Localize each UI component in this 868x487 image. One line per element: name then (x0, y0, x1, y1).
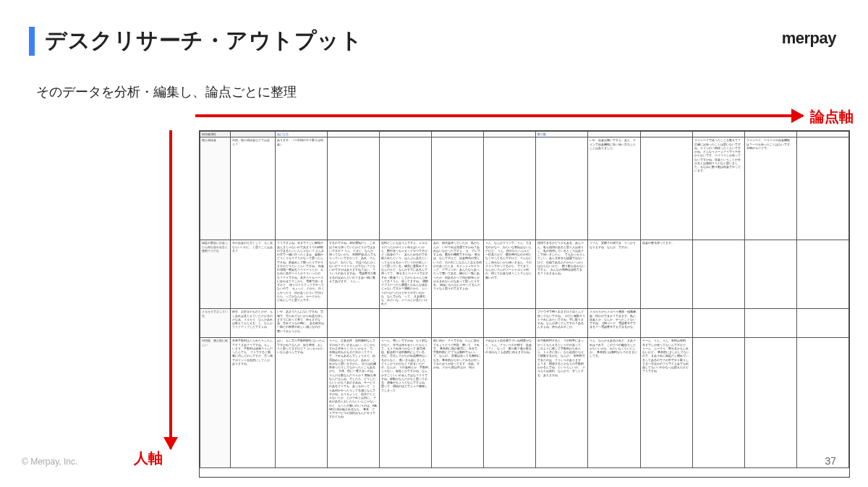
matrix-cell (796, 309, 848, 338)
matrix-cell: う一ん、難しいですかね、もう別なかなと、今年は使わせといたもらって、もうそれ使つ… (380, 338, 432, 468)
col-header: 気になる (276, 132, 328, 137)
matrix-cell: うん、なんかえあるけれど、まあそれはそれで、この三つの融合をしたからいいかな、み… (588, 338, 640, 468)
matrix-cell: あります。（※普段のやり取りは現金） (276, 137, 328, 240)
col-header (744, 132, 796, 137)
matrix-cell (640, 137, 692, 240)
row-subheader: 普段、個人間送金などではあり？ (231, 137, 276, 240)
page-title: デスクリサーチ・アウトプット (45, 26, 362, 56)
col-header (640, 132, 692, 137)
title-accent (29, 27, 35, 56)
table-row: 満足の度合いがあったら何を合わせると便利そうだな今の送金の仕方として、もし楽なら… (200, 240, 849, 309)
row-subheader: 本来手数料はとられたりしたんです？まあそうですね。もし、います、手数料は頑張ろう… (231, 338, 276, 468)
matrix-cell (744, 240, 796, 309)
matrix-cell (796, 137, 848, 240)
matrix-cell: するのですね。本社通知だと、これはそれを持っていたかどうかではきいですが？ うん… (328, 240, 380, 309)
axis-label-horizontal: 論点軸 (810, 107, 854, 127)
copyright: © Merpay, Inc. (22, 457, 77, 467)
row-header: 日用品、個人的に欲しい、 (200, 338, 231, 468)
matrix-cell: うーん、うん、うん、有料は有料、今までしか使ってないんですけど、うーん、んーそう… (640, 338, 692, 468)
matrix-cell: そうですよね。今までそこに興味があんまじゃないのであまりその経験のできるといいん… (276, 240, 328, 309)
matrix-cell: あの、前代金持っていたか、私がらんか、いやそれは先週ですかね？あれはいなかったで… (432, 240, 484, 309)
matrix-cell (744, 309, 796, 338)
matrix-cell (692, 240, 744, 309)
matrix-cell (328, 309, 380, 338)
matrix-cell: ラインペイ、ペイペイの送金機能は？一つも使ったことはないです。今時のカードで。 (744, 137, 796, 240)
slide: デスクリサーチ・アウトプット merpay そのデータを分析・編集し、論点ごとに… (0, 0, 868, 487)
col-header (692, 132, 744, 137)
row-subheader: 部分、お好きのものとかが、もしあれば見たえていただけるのかなあ。メルカリ、なんか… (231, 309, 276, 338)
matrix-cell: うん、なんかラインで、うん、できるのかなー、みたいな表情はないんだけど。 うん、… (484, 240, 536, 309)
matrix-cell: いや、あまりたんにないですね、売買で、売られてないから出品を探しますぐに出って来… (276, 309, 328, 338)
matrix-table-container: 利用者属性 気になる 割り勘 個人間送金普段、個人間送金などではあり？あります。… (199, 130, 850, 478)
matrix-cell (484, 137, 536, 240)
matrix-cell: はい、もし売り手数料0円になったんですかね？なんか、気を優先、おこうと思ってます… (276, 338, 328, 468)
axis-arrow-horizontal (195, 114, 803, 117)
matrix-cell (380, 309, 432, 338)
matrix-body: 個人間送金普段、個人間送金などではあり？あります。（※普段のやり取りは現金）いや… (200, 137, 849, 468)
matrix-cell (484, 309, 536, 338)
col-header: 割り勘 (536, 132, 588, 137)
axis-label-vertical: 人軸 (134, 449, 163, 468)
row-header: メルカリでさしている (200, 309, 231, 338)
matrix-cell (432, 137, 484, 240)
matrix-cell (328, 137, 380, 240)
matrix-cell: うーん、正直元件、送料無料なんですかね？すいませんはい。どこからすかさず使うくり… (328, 338, 380, 468)
matrix-cell (380, 137, 432, 240)
matrix-cell (692, 338, 744, 468)
col-header (588, 132, 640, 137)
col-header (328, 132, 380, 137)
col-header (231, 132, 276, 137)
matrix-cell (796, 338, 848, 468)
subtitle: そのデータを分析・編集し、論点ごとに整理 (36, 83, 297, 101)
matrix-cell: 送料どこにも言うんですよ。メルカリだったかポイント使えばいいから、割引使っちゃえ… (380, 240, 432, 309)
brand-logo: merpay (782, 29, 836, 48)
row-header: 満足の度合いがあったら何を合わせると便利そうだな (200, 240, 231, 309)
matrix-cell: ブラウザで時々みますけどほとんど使ってないですね。 のびと買取サイトそれにみたい… (536, 309, 588, 338)
matrix-cell: うーん、実際その間でき、うっかりなりますね、なんか、ですか。 (588, 240, 640, 309)
col-header (380, 132, 432, 137)
page-number: 37 (825, 455, 836, 467)
matrix-cell: 前に何か、そうですね、たんに加えてちょうどうど判定、書いて、それで、 基本的に他… (432, 338, 484, 468)
table-row: 個人間送金普段、個人間送金などではあり？あります。（※普段のやり取りは現金）いや… (200, 137, 849, 240)
row-header: 個人間送金 (200, 137, 231, 240)
col-header: 利用者属性 (200, 132, 231, 137)
matrix-cell (692, 309, 744, 338)
matrix-cell (432, 309, 484, 338)
matrix-cell: ラインペイで送ったことを教えて？正確には使ったことは思いないですね、ラインの一回… (692, 137, 744, 240)
col-header (432, 132, 484, 137)
matrix-cell (640, 309, 692, 338)
matrix-cell (744, 338, 796, 468)
matrix-cell (796, 240, 848, 309)
matrix-cell: メルカリからメルペイ連携・残高確認・何かができか？できます。私に送金とか、なんか… (588, 309, 640, 338)
table-row: 日用品、個人的に欲しい、本来手数料はとられたりしたんです？まあそうですね。もし、… (200, 338, 849, 468)
col-header (796, 132, 848, 137)
matrix-header: 利用者属性 気になる 割り勘 (200, 132, 849, 137)
matrix-cell: 信用できるかどうかもある。あんぺん、私も信用があると思う人は使うし、私が信用して… (536, 240, 588, 309)
title-bar: デスクリサーチ・アウトプット (29, 26, 362, 56)
matrix-cell (536, 137, 588, 240)
col-header (484, 132, 536, 137)
table-row: メルカリでさしている部分、お好きのものとかが、もしあれば見たえていただけるのかな… (200, 309, 849, 338)
matrix-cell: 送金の番号持ってます。 (640, 240, 692, 309)
row-subheader: 今の送金の仕方として、もし楽ならいいのに、と思うことはある？ (231, 240, 276, 309)
axis-arrow-vertical (169, 130, 172, 449)
matrix-table: 利用者属性 気になる 割り勘 個人間送金普段、個人間送金などではあり？あります。… (200, 131, 849, 468)
matrix-cell: それはもう自分親でぞいね明度かなと、うん、そういうのが移す、送金（？）、なって、… (484, 338, 536, 468)
matrix-cell: 半年数料円すると、その料率にきっかってもらえるというのがあって、 このように移し… (536, 338, 588, 468)
matrix-cell: いや、送金は無いですよ。あと、ラインで送金機能に近い使い方をしたことはありました… (588, 137, 640, 240)
